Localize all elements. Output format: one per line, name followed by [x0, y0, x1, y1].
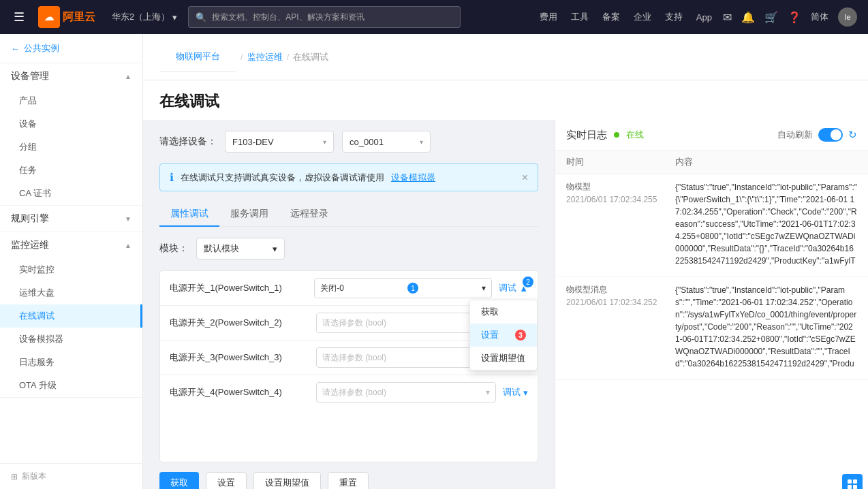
- sidebar-item-group[interactable]: 分组: [0, 136, 142, 159]
- tab-remote-login[interactable]: 远程登录: [279, 202, 339, 227]
- device-select[interactable]: F103-DEV ▾: [225, 131, 334, 153]
- sidebar-item-log-service[interactable]: 日志服务: [0, 351, 142, 374]
- section-label-rules: 规则引擎: [11, 212, 49, 225]
- message-icon[interactable]: ✉: [723, 11, 732, 24]
- nav-fees[interactable]: 费用: [540, 11, 557, 23]
- bell-icon[interactable]: 🔔: [741, 11, 755, 24]
- chevron-down-icon: ▾: [172, 12, 177, 22]
- grid-icon-button[interactable]: [842, 474, 863, 489]
- log-header: 实时日志 在线 自动刷新 ↻: [555, 120, 868, 151]
- back-label: 公共实例: [24, 42, 59, 54]
- info-icon: ℹ: [170, 171, 174, 184]
- search-bar[interactable]: 🔍 搜索文档、控制台、API、解决方案和资讯: [188, 6, 461, 28]
- tab-service-call[interactable]: 服务调用: [219, 202, 279, 227]
- sidebar-item-device[interactable]: 设备: [0, 112, 142, 136]
- debug-badge-2: 2: [523, 277, 533, 287]
- main-content: 物联网平台 / 监控运维 / 在线调试 在线调试 请选择设备： F103-DEV…: [143, 34, 868, 489]
- right-panel: 实时日志 在线 自动刷新 ↻ 时间 内容: [555, 120, 868, 489]
- tab-property-debug[interactable]: 属性调试: [159, 202, 219, 227]
- sidebar-item-product[interactable]: 产品: [0, 89, 142, 112]
- property-scroll: 电源开关_1(PowerSwitch_1) 关闭-0 1 ▾ 2 调试 ▲: [160, 271, 538, 462]
- sidebar-item-device-simulator[interactable]: 设备模拟器: [0, 328, 142, 351]
- back-icon: ←: [11, 44, 20, 54]
- grid-icon-container: [555, 466, 868, 489]
- breadcrumb-sep-1: /: [241, 52, 243, 62]
- device-simulator-link[interactable]: 设备模拟器: [391, 172, 435, 184]
- page-title: 在线调试: [159, 91, 852, 112]
- nav-icp[interactable]: 备案: [602, 11, 620, 23]
- sidebar-item-realtime-monitor[interactable]: 实时监控: [0, 258, 142, 281]
- property-table: 电源开关_1(PowerSwitch_1) 关闭-0 1 ▾ 2 调试 ▲: [159, 270, 538, 462]
- sidebar-section-rules: 规则引擎 ▼: [0, 206, 142, 232]
- sidebar-item-ca-cert[interactable]: CA 证书: [0, 182, 142, 205]
- dropdown-set-label: 设置: [481, 329, 499, 341]
- section-label-monitor: 监控运维: [11, 239, 49, 251]
- instance-select-arrow: ▾: [420, 138, 423, 146]
- dropdown-item-set-1[interactable]: 设置 3: [470, 324, 537, 347]
- sidebar-section-header-monitor[interactable]: 监控运维 ▲: [0, 232, 142, 258]
- help-icon[interactable]: ❓: [788, 11, 801, 24]
- instance-value: co_0001: [350, 137, 384, 147]
- nav-support[interactable]: 支持: [665, 11, 683, 23]
- debug-btn-4[interactable]: 调试 ▾: [503, 386, 528, 398]
- debug-label-1: 调试: [499, 282, 516, 294]
- refresh-icon[interactable]: ↻: [848, 129, 857, 141]
- nav-links: 费用 工具 备案 企业 支持 App: [540, 11, 712, 23]
- property-select-4[interactable]: 请选择参数 (bool) ▾: [316, 382, 496, 403]
- instance-select[interactable]: co_0001 ▾: [342, 131, 431, 153]
- get-button[interactable]: 获取: [159, 472, 199, 489]
- layout: ← 公共实例 设备管理 ▲ 产品 设备 分组 任务 CA 证书 规则引擎 ▼ 监…: [0, 34, 868, 489]
- log-entry-type-1: 物模型: [566, 181, 675, 193]
- section-label-device-mgmt: 设备管理: [11, 70, 49, 82]
- reset-button[interactable]: 重置: [328, 472, 369, 489]
- sidebar-item-online-debug[interactable]: 在线调试: [0, 304, 142, 328]
- content-area: 请选择设备： F103-DEV ▾ co_0001 ▾ ℹ 在线调试只支持调试真…: [143, 120, 868, 489]
- module-row: 模块： 默认模块 ▾: [159, 238, 538, 259]
- breadcrumb-iot[interactable]: 物联网平台: [159, 42, 236, 72]
- set-button[interactable]: 设置: [206, 472, 247, 489]
- module-select-arrow: ▾: [273, 244, 277, 254]
- debug-btn-1[interactable]: 2 调试 ▲: [499, 282, 528, 294]
- nav-app[interactable]: App: [696, 12, 712, 22]
- auto-refresh-toggle[interactable]: [818, 128, 843, 142]
- module-label: 模块：: [159, 242, 188, 255]
- property-select-4-arrow: ▾: [486, 388, 490, 397]
- log-entry-type-2: 物模型消息: [566, 284, 675, 296]
- nav-enterprise[interactable]: 企业: [634, 11, 651, 23]
- logo-text: 阿里云: [63, 10, 95, 25]
- section-arrow-rules: ▼: [125, 215, 131, 223]
- property-select-1[interactable]: 关闭-0 1 ▾: [314, 278, 492, 298]
- debug-arrow-4: ▾: [523, 388, 528, 398]
- logo-icon: ☁: [38, 6, 60, 28]
- log-col-content-header: 内容: [675, 156, 857, 168]
- sidebar-section-header-device-mgmt[interactable]: 设备管理 ▲: [0, 63, 142, 89]
- sidebar-section-monitor: 监控运维 ▲ 实时监控 运维大盘 在线调试 设备模拟器 日志服务 OTA 升级: [0, 232, 142, 398]
- device-selector-row: 请选择设备： F103-DEV ▾ co_0001 ▾: [159, 131, 538, 153]
- sidebar-item-ota-upgrade[interactable]: OTA 升级: [0, 374, 142, 397]
- property-row-4: 电源开关_4(PowerSwitch_4) 请选择参数 (bool) ▾ 调试 …: [160, 375, 538, 409]
- avatar[interactable]: Ie: [838, 7, 857, 27]
- dropdown-item-set-expected-1[interactable]: 设置期望值: [470, 347, 537, 370]
- log-entry-timestamp-2: 2021/06/01 17:02:34.252: [566, 298, 675, 307]
- breadcrumb-monitor[interactable]: 监控运维: [247, 51, 283, 63]
- log-time-col-1: 物模型 2021/06/01 17:02:34.255: [566, 181, 675, 204]
- sidebar-item-ops-dashboard[interactable]: 运维大盘: [0, 281, 142, 304]
- cart-icon[interactable]: 🛒: [764, 11, 778, 24]
- sidebar-section-header-rules[interactable]: 规则引擎 ▼: [0, 206, 142, 232]
- device-selector-label: 请选择设备：: [159, 136, 217, 148]
- sidebar-item-task[interactable]: 任务: [0, 159, 142, 182]
- region-selector[interactable]: 华东2（上海） ▾: [112, 11, 177, 23]
- log-column-header: 时间 内容: [555, 151, 868, 174]
- dropdown-item-get-1[interactable]: 获取: [470, 300, 537, 324]
- sidebar-back-button[interactable]: ← 公共实例: [0, 34, 142, 63]
- info-close-icon[interactable]: ×: [522, 172, 528, 184]
- expand-icon[interactable]: ⊞: [11, 472, 18, 482]
- simplified-chinese[interactable]: 简体: [811, 11, 828, 23]
- tabs: 属性调试 服务调用 远程登录: [159, 202, 538, 227]
- hamburger-icon[interactable]: ☰: [11, 7, 27, 27]
- module-select[interactable]: 默认模块 ▾: [196, 238, 285, 259]
- nav-tools[interactable]: 工具: [571, 11, 589, 23]
- set-expected-button[interactable]: 设置期望值: [253, 472, 321, 489]
- top-nav: ☰ ☁ 阿里云 华东2（上海） ▾ 🔍 搜索文档、控制台、API、解决方案和资讯…: [0, 0, 868, 34]
- breadcrumb-sep-2: /: [287, 52, 290, 62]
